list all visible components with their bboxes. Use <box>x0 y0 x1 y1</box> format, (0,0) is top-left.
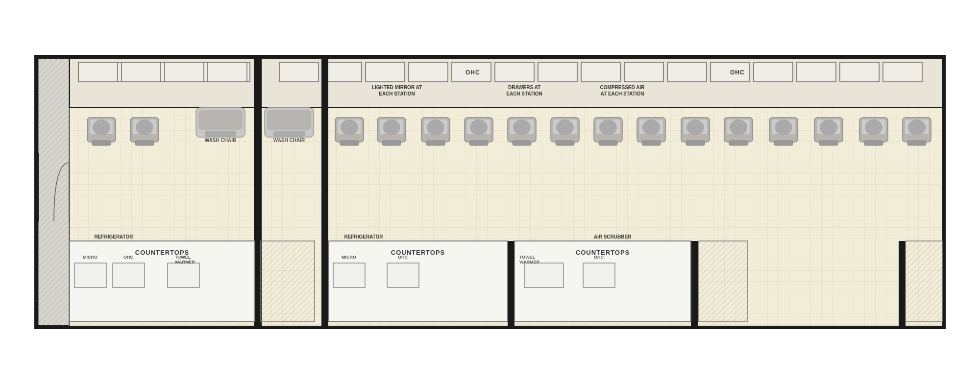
svg-rect-15 <box>165 62 204 82</box>
svg-rect-114 <box>864 141 883 145</box>
svg-text:AT EACH STATION: AT EACH STATION <box>601 91 644 96</box>
svg-point-109 <box>820 120 837 135</box>
svg-text:TOWEL: TOWEL <box>175 255 191 260</box>
svg-rect-33 <box>624 62 663 82</box>
svg-rect-86 <box>556 141 574 145</box>
svg-rect-151 <box>906 241 942 322</box>
svg-text:EACH STATION: EACH STATION <box>379 91 415 96</box>
svg-text:COMPRESSED AIR: COMPRESSED AIR <box>600 85 645 90</box>
svg-rect-121 <box>691 241 698 326</box>
svg-rect-126 <box>74 263 106 288</box>
svg-rect-118 <box>907 141 926 145</box>
svg-point-69 <box>383 120 400 135</box>
svg-point-101 <box>730 120 747 135</box>
svg-rect-110 <box>819 141 838 145</box>
svg-rect-25 <box>581 62 620 82</box>
svg-rect-148 <box>583 263 615 288</box>
svg-rect-21 <box>409 62 448 82</box>
svg-rect-58 <box>92 141 111 145</box>
svg-rect-150 <box>699 241 748 322</box>
svg-rect-94 <box>642 141 661 145</box>
svg-text:WASH CHAIR: WASH CHAIR <box>273 138 305 143</box>
svg-point-81 <box>513 120 531 135</box>
svg-rect-145 <box>524 263 564 288</box>
svg-rect-98 <box>686 141 705 145</box>
svg-point-117 <box>908 120 926 135</box>
svg-text:REFRIGERATOR: REFRIGERATOR <box>344 234 383 240</box>
svg-rect-18 <box>279 62 318 82</box>
svg-text:DRAWERS AT: DRAWERS AT <box>508 85 540 90</box>
svg-rect-106 <box>774 141 793 145</box>
svg-point-89 <box>599 120 617 135</box>
svg-rect-16 <box>208 62 247 82</box>
svg-text:OHC: OHC <box>398 255 408 260</box>
svg-point-85 <box>556 120 574 135</box>
svg-rect-37 <box>797 62 836 82</box>
svg-rect-46 <box>198 110 243 130</box>
svg-point-97 <box>686 120 704 135</box>
svg-rect-36 <box>754 62 793 82</box>
svg-rect-140 <box>387 263 419 288</box>
svg-rect-70 <box>382 141 401 145</box>
svg-rect-122 <box>899 241 906 326</box>
svg-rect-134 <box>261 241 315 322</box>
svg-rect-66 <box>340 141 359 145</box>
svg-text:OHC: OHC <box>594 255 604 260</box>
svg-text:WARMER: WARMER <box>519 260 539 264</box>
svg-point-61 <box>136 120 153 135</box>
svg-rect-39 <box>883 62 922 82</box>
svg-rect-102 <box>729 141 748 145</box>
svg-text:TOWEL: TOWEL <box>519 255 536 260</box>
svg-rect-74 <box>426 141 445 145</box>
svg-rect-20 <box>366 62 405 82</box>
svg-rect-128 <box>113 263 145 288</box>
svg-text:AIR SCRUBBER: AIR SCRUBBER <box>594 234 632 240</box>
svg-text:OHC: OHC <box>123 255 134 260</box>
svg-rect-62 <box>135 141 154 145</box>
svg-text:REFRIGERATOR: REFRIGERATOR <box>94 234 133 240</box>
svg-rect-54 <box>273 131 305 137</box>
svg-text:WARMER: WARMER <box>175 260 195 264</box>
svg-rect-23 <box>495 62 534 82</box>
svg-point-93 <box>642 120 660 135</box>
svg-point-73 <box>427 120 444 135</box>
svg-point-113 <box>865 120 882 135</box>
svg-rect-14 <box>122 62 161 82</box>
svg-rect-53 <box>267 110 311 130</box>
svg-rect-38 <box>840 62 879 82</box>
svg-rect-82 <box>513 141 531 145</box>
svg-text:WASH CHAIR: WASH CHAIR <box>205 138 237 143</box>
svg-point-57 <box>93 120 110 135</box>
svg-text:MICRO: MICRO <box>83 255 98 260</box>
svg-rect-130 <box>168 263 199 288</box>
svg-rect-90 <box>599 141 617 145</box>
svg-point-65 <box>341 120 358 135</box>
svg-rect-34 <box>667 62 707 82</box>
svg-rect-24 <box>538 62 577 82</box>
svg-point-77 <box>470 120 488 135</box>
svg-text:MICRO: MICRO <box>342 255 356 260</box>
svg-rect-78 <box>469 141 488 145</box>
svg-rect-13 <box>78 62 118 82</box>
svg-rect-119 <box>321 58 328 326</box>
svg-point-105 <box>775 120 792 135</box>
svg-rect-138 <box>333 263 365 288</box>
svg-text:EACH STATION: EACH STATION <box>506 91 542 96</box>
svg-text:LIGHTED MIRROR AT: LIGHTED MIRROR AT <box>372 85 422 90</box>
svg-text:OHC: OHC <box>730 69 745 76</box>
svg-text:OHC: OHC <box>466 69 480 76</box>
svg-rect-120 <box>508 241 514 326</box>
svg-rect-47 <box>205 131 236 137</box>
svg-rect-5 <box>38 58 70 326</box>
floor-plan-svg: OHC OHC LIGHTED MIRROR AT EACH STATION D… <box>34 55 946 329</box>
floor-plan: OHC OHC LIGHTED MIRROR AT EACH STATION D… <box>34 55 946 329</box>
